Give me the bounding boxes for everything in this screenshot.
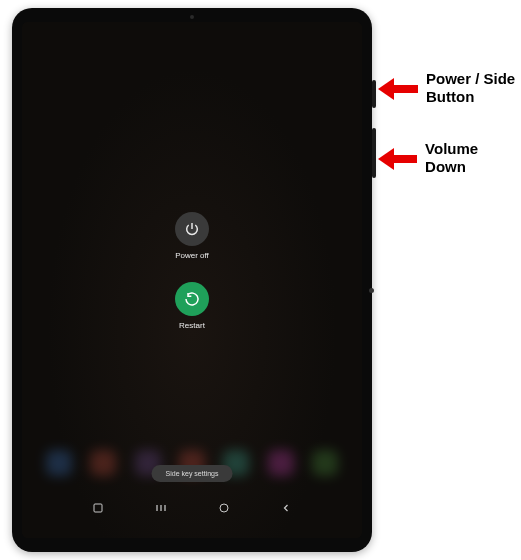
side-key-settings-button[interactable]: Side key settings bbox=[152, 465, 233, 482]
restart-icon bbox=[184, 291, 200, 307]
restart-label: Restart bbox=[179, 321, 205, 330]
restart-button[interactable] bbox=[175, 282, 209, 316]
screenshot-icon[interactable] bbox=[92, 502, 104, 514]
navigation-bar bbox=[22, 498, 362, 518]
power-menu: Power off Restart bbox=[175, 212, 209, 330]
annotation-label: Volume Down bbox=[425, 140, 521, 176]
recents-button[interactable] bbox=[154, 502, 168, 514]
home-button[interactable] bbox=[218, 502, 230, 514]
volume-buttons[interactable] bbox=[372, 128, 376, 178]
svg-rect-0 bbox=[94, 504, 102, 512]
svg-point-4 bbox=[220, 504, 228, 512]
screen: Power off Restart Side key settings bbox=[22, 22, 362, 538]
arrow-icon bbox=[378, 78, 418, 98]
annotation-volume-down: Volume Down bbox=[378, 140, 521, 176]
power-off-label: Power off bbox=[175, 251, 209, 260]
front-camera bbox=[369, 288, 374, 293]
annotation-label: Power / Side Button bbox=[426, 70, 515, 106]
tablet-device: Power off Restart Side key settings bbox=[12, 8, 372, 552]
power-icon bbox=[184, 221, 200, 237]
power-off-button[interactable] bbox=[175, 212, 209, 246]
back-button[interactable] bbox=[280, 502, 292, 514]
annotation-power-side: Power / Side Button bbox=[378, 70, 515, 106]
power-side-button[interactable] bbox=[372, 80, 376, 108]
arrow-icon bbox=[378, 148, 417, 168]
speaker-indicator bbox=[190, 15, 194, 19]
